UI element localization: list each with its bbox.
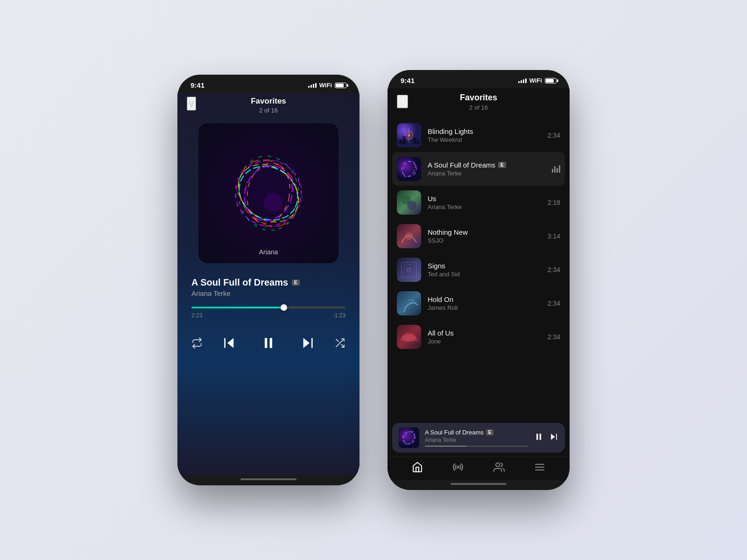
player-subtitle: 2 of 16 — [259, 107, 278, 114]
mini-player[interactable]: A Soul Full of Dreams E Ariana Terke — [392, 423, 565, 453]
track-duration: 3:14 — [548, 232, 560, 240]
neon-art-svg — [222, 147, 315, 240]
chevron-down-button[interactable]: ∨ — [187, 97, 196, 111]
track-duration: 2:34 — [548, 300, 560, 307]
nav-radio-button[interactable] — [452, 462, 464, 473]
playlist-header: Favorites 2 of 16 — [388, 88, 570, 119]
mini-player-artist: Ariana Terke — [425, 437, 529, 443]
explicit-badge: E — [292, 280, 300, 286]
track-thumbnail — [397, 325, 421, 349]
mini-progress-bar — [425, 446, 529, 447]
track-info: Blinding Lights The Weeknd — [428, 127, 541, 143]
playback-controls — [177, 321, 359, 356]
time-right: 9:41 — [401, 77, 415, 84]
track-artist: The Weeknd — [428, 136, 541, 143]
svg-rect-37 — [406, 267, 412, 273]
svg-rect-23 — [402, 136, 406, 144]
svg-rect-22 — [399, 140, 402, 144]
left-phone: 9:41 WiFi ∨ Favorites 2 of 16 — [177, 75, 359, 485]
svg-rect-38 — [397, 291, 421, 315]
track-thumbnail — [397, 224, 421, 248]
track-name: Us — [428, 195, 541, 203]
explicit-badge: E — [498, 162, 506, 168]
mini-controls — [534, 432, 558, 444]
mini-progress-fill — [425, 446, 466, 447]
track-name: Signs — [428, 262, 541, 270]
track-info: All of Us Jone — [428, 329, 541, 345]
track-name: All of Us — [428, 329, 541, 337]
track-info: Signs Ted and Sid — [428, 262, 541, 278]
svg-point-49 — [496, 463, 500, 467]
track-artist: Ariana Terke — [428, 203, 541, 210]
track-artist: James Roll — [428, 304, 541, 311]
home-indicator-left — [240, 478, 296, 480]
player-header: ∨ Favorites 2 of 16 — [177, 93, 359, 114]
track-info: Nothing New SSJO — [428, 228, 541, 244]
track-artist: SSJO — [428, 237, 541, 244]
status-icons-right: WiFi — [518, 77, 557, 84]
nav-social-button[interactable] — [493, 462, 505, 473]
track-duration: 2:34 — [548, 132, 560, 139]
signal-icon-right — [518, 78, 527, 83]
track-thumbnail — [397, 258, 421, 282]
time-remaining: -1:23 — [333, 312, 345, 319]
track-name: A Soul Full of Dreams E — [428, 161, 545, 169]
svg-marker-13 — [303, 338, 310, 348]
progress-fill — [191, 307, 284, 308]
mini-player-name: A Soul Full of Dreams E — [425, 429, 529, 436]
track-item[interactable]: Nothing New SSJO 3:14 — [392, 219, 565, 253]
back-button[interactable] — [397, 95, 408, 108]
svg-point-3 — [227, 153, 310, 234]
time-labels: 2:23 -1:23 — [191, 312, 345, 319]
album-art: Ariana — [198, 123, 338, 263]
repeat-button[interactable] — [191, 337, 203, 349]
track-artist: Ariana Terke — [428, 170, 545, 177]
svg-point-40 — [402, 334, 416, 342]
track-item[interactable]: Us Ariana Terke 2:18 — [392, 186, 565, 219]
track-item[interactable]: All of Us Jone 2:34 — [392, 320, 565, 354]
shuffle-button[interactable] — [334, 337, 345, 349]
wifi-icon: WiFi — [319, 82, 332, 89]
svg-rect-12 — [270, 338, 272, 348]
next-button[interactable] — [300, 336, 315, 350]
svg-rect-26 — [397, 157, 421, 181]
previous-button[interactable] — [222, 336, 237, 350]
svg-line-17 — [336, 339, 338, 342]
progress-thumb — [281, 304, 287, 311]
nav-menu-button[interactable] — [534, 462, 545, 473]
wifi-icon-right: WiFi — [529, 77, 542, 84]
svg-point-1 — [229, 156, 308, 231]
player-title: Favorites — [251, 97, 286, 106]
svg-marker-46 — [551, 434, 555, 440]
progress-track[interactable] — [191, 307, 345, 308]
track-thumbnail — [397, 190, 421, 215]
track-item[interactable]: A Soul Full of Dreams E Ariana Terke — [392, 152, 565, 186]
mini-player-info: A Soul Full of Dreams E Ariana Terke — [425, 429, 529, 447]
pause-button[interactable] — [256, 330, 281, 356]
track-item[interactable]: Signs Ted and Sid 2:34 — [392, 253, 565, 287]
svg-line-16 — [341, 344, 344, 347]
right-phone: 9:41 WiFi Favorites 2 of 16 — [388, 70, 570, 490]
track-thumbnail — [397, 123, 421, 147]
svg-point-31 — [407, 201, 416, 210]
nav-home-button[interactable] — [412, 462, 423, 473]
track-item[interactable]: Hold On James Roll 2:34 — [392, 287, 565, 320]
playlist-screen: Favorites 2 of 16 — [388, 88, 570, 480]
progress-section[interactable]: 2:23 -1:23 — [177, 297, 359, 321]
playlist-title: Favorites — [460, 93, 497, 103]
mini-pause-button[interactable] — [534, 432, 543, 444]
mini-next-button[interactable] — [549, 432, 558, 444]
svg-point-8 — [264, 193, 282, 212]
time-left: 9:41 — [190, 81, 204, 89]
track-artist: Jone — [428, 338, 541, 345]
mini-explicit-badge: E — [486, 429, 494, 435]
track-name: Hold On — [428, 295, 541, 303]
track-item[interactable]: Blinding Lights The Weeknd 2:34 — [392, 119, 565, 152]
battery-icon-right — [545, 78, 557, 84]
track-thumbnail — [397, 157, 421, 181]
song-name: A Soul Full of Dreams E — [191, 277, 345, 288]
track-duration: 2:18 — [548, 199, 560, 206]
track-artist: Ted and Sid — [428, 271, 541, 278]
track-info: A Soul Full of Dreams E Ariana Terke — [428, 161, 545, 177]
svg-point-33 — [405, 232, 413, 240]
